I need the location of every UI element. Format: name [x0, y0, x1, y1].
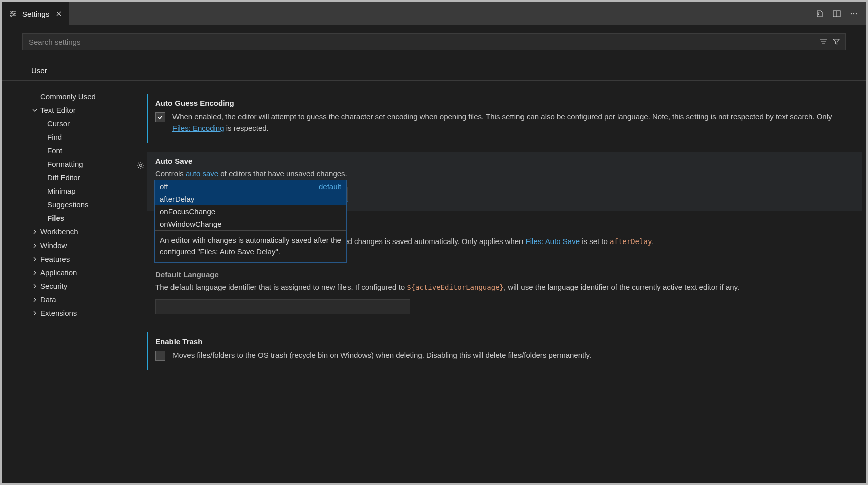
search-row	[2, 25, 866, 52]
setting-title: Enable Trash	[155, 337, 852, 346]
sidebar-item-label: Data	[40, 295, 56, 304]
dropdown-help-text: An editor with changes is automatically …	[155, 231, 346, 262]
sidebar-item-label: Diff Editor	[47, 173, 80, 182]
setting-description: The default language identifier that is …	[155, 282, 852, 293]
chevron-right-icon	[30, 255, 39, 264]
chevron-right-icon	[30, 295, 39, 304]
sidebar-item-cursor[interactable]: Cursor	[22, 117, 134, 130]
setting-enable-trash: Enable Trash Moves files/folders to the …	[147, 332, 862, 370]
sidebar-item-features[interactable]: Features	[22, 252, 134, 266]
gear-icon[interactable]	[136, 161, 145, 171]
sidebar-item-window[interactable]: Window	[22, 238, 134, 252]
sidebar-item-commonly-used[interactable]: Commonly Used	[22, 90, 134, 103]
setting-title: Default Language	[155, 270, 852, 279]
app-frame: Settings	[2, 2, 866, 483]
desc-text: is respected.	[224, 124, 269, 132]
setting-description: When enabled, the editor will attempt to…	[172, 111, 852, 134]
desc-text: .	[652, 237, 654, 246]
desc-text: , will use the language identifier of th…	[504, 283, 739, 291]
input-default-language[interactable]	[155, 299, 410, 314]
search-settings-wrap	[22, 33, 846, 50]
option-label: onWindowChange	[160, 220, 222, 228]
desc-text: When enabled, the editor will attempt to…	[172, 112, 832, 121]
settings-icon	[8, 10, 17, 18]
sidebar-item-label: Font	[47, 146, 62, 155]
sidebar-item-suggestions[interactable]: Suggestions	[22, 198, 134, 211]
sidebar-item-label: Suggestions	[47, 200, 89, 209]
desc-text: Controls	[155, 169, 186, 178]
search-input[interactable]	[23, 38, 814, 46]
chevron-right-icon	[30, 268, 39, 277]
svg-point-4	[13, 13, 15, 15]
sidebar-item-label: Find	[47, 133, 62, 141]
sidebar-item-text-editor[interactable]: Text Editor	[22, 103, 134, 117]
option-label: off	[160, 182, 168, 191]
sidebar-item-find[interactable]: Find	[22, 130, 134, 144]
sidebar-item-label: Minimap	[47, 187, 76, 195]
dropdown-option-afterdelay[interactable]: afterDelay	[155, 193, 346, 205]
desc-text: of editors that have unsaved changes.	[218, 169, 348, 178]
link-files-auto-save[interactable]: Files: Auto Save	[526, 237, 580, 246]
sidebar-item-diff-editor[interactable]: Diff Editor	[22, 171, 134, 184]
sidebar-item-files[interactable]: Files	[22, 211, 134, 225]
sidebar-item-label: Files	[47, 214, 64, 222]
dropdown-option-off[interactable]: off default	[155, 180, 346, 193]
sidebar-item-label: Window	[40, 241, 67, 250]
sidebar-item-label: Text Editor	[40, 106, 76, 114]
sidebar-item-minimap[interactable]: Minimap	[22, 184, 134, 198]
setting-title: Auto Guess Encoding	[155, 99, 852, 107]
checkbox-auto-guess-encoding[interactable]	[155, 112, 165, 122]
tab-bar: Settings	[2, 2, 866, 25]
desc-text: is set to	[580, 237, 610, 246]
sidebar-item-application[interactable]: Application	[22, 266, 134, 279]
option-label: afterDelay	[160, 195, 194, 203]
sidebar-item-font[interactable]: Font	[22, 144, 134, 157]
scope-tabs: User	[2, 63, 866, 81]
chevron-right-icon	[30, 227, 39, 236]
desc-code: afterDelay	[610, 237, 652, 246]
settings-toc: Commonly UsedText EditorCursorFindFontFo…	[22, 81, 134, 483]
svg-point-10	[851, 13, 852, 14]
dropdown-option-onfocuschange[interactable]: onFocusChange	[155, 205, 346, 218]
dropdown-option-onwindowchange[interactable]: onWindowChange	[155, 218, 346, 230]
desc-code: ${activeEditorLanguage}	[407, 283, 504, 291]
svg-point-3	[11, 11, 13, 13]
sidebar-item-label: Features	[40, 255, 70, 263]
chevron-right-icon	[30, 241, 39, 250]
desc-text: The default language identifier that is …	[155, 283, 407, 291]
svg-point-12	[856, 13, 857, 14]
open-settings-json-icon[interactable]	[815, 9, 825, 19]
setting-default-language: Default Language The default language id…	[147, 265, 862, 323]
chevron-down-icon	[30, 106, 39, 115]
more-actions-icon[interactable]	[849, 9, 859, 19]
tab-settings[interactable]: Settings	[2, 2, 69, 25]
link-files-encoding[interactable]: Files: Encoding	[172, 124, 224, 132]
split-editor-icon[interactable]	[832, 9, 842, 19]
sidebar-item-label: Cursor	[47, 119, 70, 128]
clear-search-icon[interactable]	[819, 38, 828, 45]
tab-label: Settings	[22, 10, 49, 18]
sidebar-item-extensions[interactable]: Extensions	[22, 306, 134, 320]
setting-description: Controls auto save of editors that have …	[155, 168, 852, 180]
scope-tab-user[interactable]: User	[29, 63, 49, 80]
filter-icon[interactable]	[832, 38, 840, 46]
sidebar-item-label: Commonly Used	[40, 92, 96, 101]
sidebar-item-label: Workbench	[40, 227, 78, 236]
sidebar-item-formatting[interactable]: Formatting	[22, 157, 134, 171]
option-label: onFocusChange	[160, 207, 215, 216]
sidebar-item-workbench[interactable]: Workbench	[22, 225, 134, 238]
sidebar-item-security[interactable]: Security	[22, 279, 134, 293]
close-icon[interactable]	[54, 10, 63, 17]
settings-content: Auto Guess Encoding When enabled, the ed…	[134, 81, 866, 483]
sidebar-item-data[interactable]: Data	[22, 293, 134, 306]
link-auto-save[interactable]: auto save	[186, 169, 218, 178]
svg-point-11	[853, 13, 854, 14]
sidebar-item-label: Application	[40, 268, 77, 277]
chevron-right-icon	[30, 282, 39, 291]
setting-auto-guess-encoding: Auto Guess Encoding When enabled, the ed…	[147, 94, 862, 143]
chevron-right-icon	[30, 309, 39, 318]
checkbox-enable-trash[interactable]	[155, 351, 165, 361]
desc-text: unsaved changes is saved automatically. …	[323, 237, 525, 246]
sidebar-item-label: Formatting	[47, 160, 83, 168]
dropdown-auto-save: off default afterDelay onFocusChange onW…	[154, 180, 347, 263]
